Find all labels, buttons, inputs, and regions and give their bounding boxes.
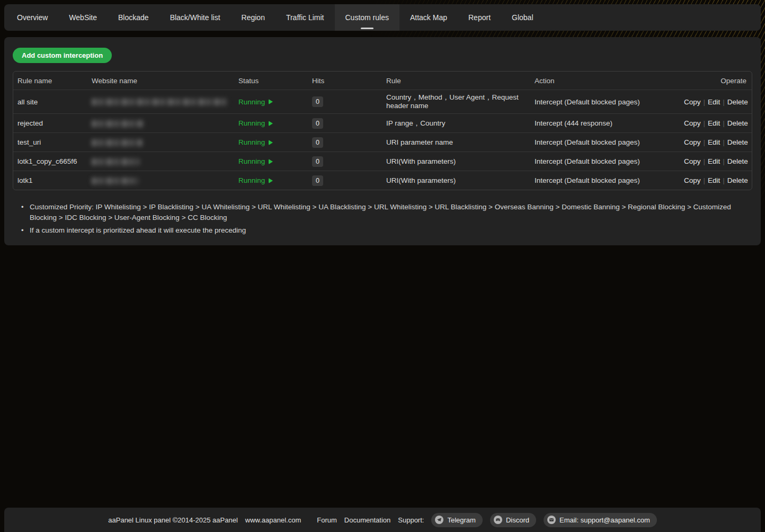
status-label: Running	[238, 119, 265, 127]
action-cell: Intercept (Default blocked pages)	[530, 176, 680, 184]
add-custom-interception-button[interactable]: Add custom interception	[13, 48, 112, 63]
action-cell: Intercept (Default blocked pages)	[530, 98, 680, 106]
tab-global[interactable]: Global	[501, 4, 544, 31]
tab-region[interactable]: Region	[231, 4, 275, 31]
note-execution: If a custom intercept is prioritized ahe…	[20, 225, 746, 236]
status-label: Running	[238, 176, 265, 184]
hits-badge: 0	[312, 137, 323, 148]
copy-link[interactable]: Copy	[684, 119, 701, 127]
edit-link[interactable]: Edit	[708, 119, 720, 127]
tab-label: Region	[242, 13, 265, 22]
documentation-link[interactable]: Documentation	[344, 516, 390, 524]
status-toggle[interactable]: Running	[238, 98, 273, 106]
tab-report[interactable]: Report	[458, 4, 501, 31]
action-cell: Intercept (Default blocked pages)	[530, 138, 680, 146]
copy-link[interactable]: Copy	[684, 98, 701, 106]
tab-label: Custom rules	[345, 13, 389, 22]
column-header-action: Action	[530, 77, 680, 85]
status-toggle[interactable]: Running	[238, 176, 273, 184]
tab-black-white-list[interactable]: Black/White list	[159, 4, 231, 31]
tab-overview[interactable]: Overview	[6, 4, 58, 31]
tab-website[interactable]: WebSite	[58, 4, 108, 31]
status-cell: Running	[234, 138, 308, 146]
telegram-button[interactable]: Telegram	[431, 513, 482, 527]
tab-label: Overview	[17, 13, 48, 22]
tab-traffic-limit[interactable]: Traffic Limit	[275, 4, 335, 31]
rule-name-cell: all site	[13, 98, 87, 106]
email-button[interactable]: Email: support@aapanel.com	[544, 513, 657, 527]
tab-label: WebSite	[69, 13, 97, 22]
tab-blockade[interactable]: Blockade	[108, 4, 159, 31]
rule-cell: URI(With parameters)	[382, 174, 530, 187]
discord-icon	[494, 516, 502, 524]
support-label: Support:	[398, 516, 424, 524]
tab-label: Attack Map	[410, 13, 447, 22]
delete-link[interactable]: Delete	[727, 157, 748, 165]
tab-label: Black/White list	[170, 13, 220, 22]
hits-cell: 0	[308, 156, 382, 167]
delete-link[interactable]: Delete	[727, 98, 748, 106]
delete-link[interactable]: Delete	[727, 138, 748, 146]
discord-button[interactable]: Discord	[490, 513, 536, 527]
tab-label: Report	[468, 13, 491, 22]
hits-badge: 0	[312, 175, 323, 186]
blurred-website-name	[92, 158, 139, 165]
hits-badge: 0	[312, 96, 323, 107]
copy-link[interactable]: Copy	[684, 157, 701, 165]
status-cell: Running	[234, 98, 308, 106]
copy-link[interactable]: Copy	[684, 176, 701, 184]
table-row: lotk1_copy_c665f6 Running 0 URI(With par…	[13, 152, 752, 171]
status-label: Running	[238, 138, 265, 146]
email-icon	[547, 516, 556, 524]
active-tab-indicator	[361, 28, 373, 29]
blurred-website-name	[92, 139, 143, 146]
rule-name-cell: lotk1_copy_c665f6	[13, 157, 87, 165]
action-cell: Intercept (Default blocked pages)	[530, 157, 680, 165]
play-icon	[269, 121, 273, 126]
status-toggle[interactable]: Running	[238, 119, 273, 127]
top-navigation: Overview WebSite Blockade Black/White li…	[4, 4, 761, 31]
table-row: lotk1 Running 0 URI(With parameters) Int…	[13, 171, 752, 190]
status-cell: Running	[234, 119, 308, 127]
telegram-icon	[435, 516, 443, 524]
operate-cell: Copy|Edit|Delete	[680, 176, 752, 184]
operate-separator: |	[723, 157, 725, 165]
website-name-cell	[87, 138, 234, 146]
website-link[interactable]: www.aapanel.com	[245, 516, 301, 524]
rule-name-cell: rejected	[13, 119, 87, 127]
waf-custom-rules-page: Overview WebSite Blockade Black/White li…	[0, 0, 765, 532]
hits-badge: 0	[312, 156, 323, 167]
column-header-hits: Hits	[308, 77, 382, 85]
edit-link[interactable]: Edit	[708, 157, 720, 165]
tab-attack-map[interactable]: Attack Map	[399, 4, 458, 31]
column-header-status: Status	[234, 77, 308, 85]
play-icon	[269, 178, 273, 183]
status-toggle[interactable]: Running	[238, 157, 273, 165]
forum-link[interactable]: Forum	[317, 516, 337, 524]
status-toggle[interactable]: Running	[238, 138, 273, 146]
tab-custom-rules[interactable]: Custom rules	[335, 4, 399, 31]
status-cell: Running	[234, 176, 308, 184]
delete-link[interactable]: Delete	[727, 119, 748, 127]
column-header-operate: Operate	[680, 77, 752, 85]
edit-link[interactable]: Edit	[708, 176, 720, 184]
copyright-text: aaPanel Linux panel ©2014-2025 aaPanel	[108, 516, 238, 524]
discord-label: Discord	[506, 516, 529, 524]
copy-link[interactable]: Copy	[684, 138, 701, 146]
tab-label: Traffic Limit	[286, 13, 324, 22]
edit-link[interactable]: Edit	[708, 138, 720, 146]
status-label: Running	[238, 98, 265, 106]
telegram-label: Telegram	[447, 516, 475, 524]
status-label: Running	[238, 157, 265, 165]
table-row: test_uri Running 0 URI parameter name In…	[13, 132, 752, 152]
column-header-rule: Rule	[382, 77, 530, 85]
delete-link[interactable]: Delete	[727, 176, 748, 184]
edit-link[interactable]: Edit	[708, 98, 720, 106]
rule-cell: IP range，Country	[382, 117, 530, 130]
website-name-cell	[87, 119, 234, 127]
operate-cell: Copy|Edit|Delete	[680, 98, 752, 106]
table-row: rejected Running 0 IP range，Country Inte…	[13, 113, 752, 132]
operate-separator: |	[723, 138, 725, 146]
play-icon	[269, 140, 273, 145]
operate-cell: Copy|Edit|Delete	[680, 138, 752, 146]
